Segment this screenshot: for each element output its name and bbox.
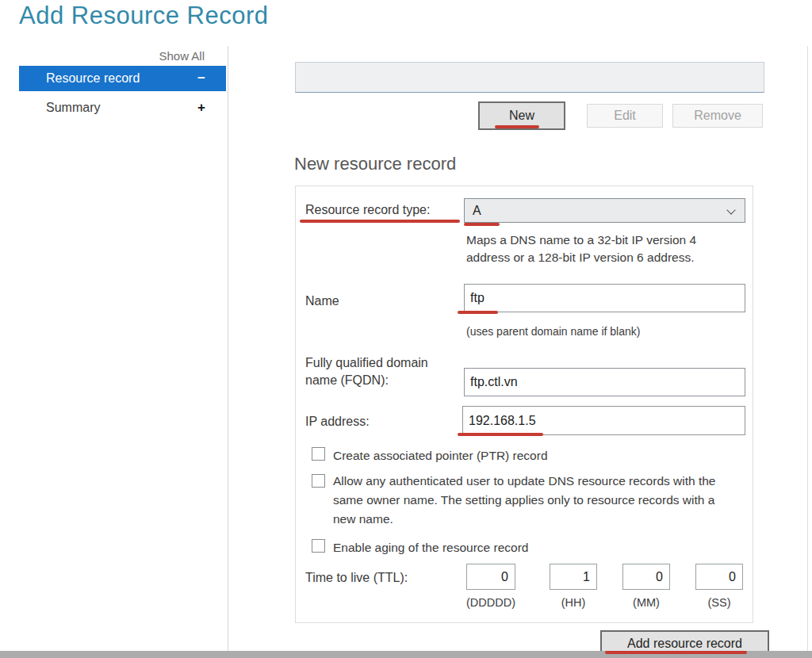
type-help-line2: address or a 128-bit IP version 6 addres… xyxy=(466,251,694,265)
sidebar-item-summary[interactable]: Summary + xyxy=(19,95,226,121)
sidebar-item-resource-record[interactable]: Resource record − xyxy=(19,66,226,91)
new-button[interactable]: New xyxy=(478,101,565,130)
annotation-underline-type-label xyxy=(300,220,460,223)
ptr-checkbox[interactable] xyxy=(312,447,325,461)
collapse-minus-icon[interactable]: − xyxy=(197,66,205,91)
remove-button[interactable]: Remove xyxy=(672,104,763,128)
type-help-line1: Maps a DNS name to a 32-bit IP version 4 xyxy=(466,233,696,247)
add-resource-record-window: Add Resource Record Show All Resource re… xyxy=(0,0,812,658)
type-label: Resource record type: xyxy=(305,203,430,217)
ptr-checkbox-label: Create associated pointer (PTR) record xyxy=(333,449,548,463)
sidebar-divider xyxy=(228,46,228,651)
name-label: Name xyxy=(305,294,339,308)
ttl-minutes-input[interactable] xyxy=(622,564,670,590)
name-help: (uses parent domain name if blank) xyxy=(466,325,640,338)
ip-input[interactable] xyxy=(462,406,745,435)
aging-checkbox[interactable] xyxy=(312,539,325,553)
ttl-seconds-unit: (SS) xyxy=(695,596,743,609)
annotation-underline-add-button xyxy=(605,651,747,654)
page-title: Add Resource Record xyxy=(19,2,269,30)
form-heading: New resource record xyxy=(294,154,456,174)
edit-button[interactable]: Edit xyxy=(587,104,663,128)
ttl-days-unit: (DDDDD) xyxy=(466,596,515,609)
sidebar-item-label: Resource record xyxy=(46,71,140,85)
fqdn-field xyxy=(464,368,745,396)
annotation-underline-name-value xyxy=(458,311,498,314)
fqdn-label-line1: Fully qualified domain xyxy=(305,356,428,370)
annotation-underline-ip-value xyxy=(458,433,543,436)
expand-plus-icon[interactable]: + xyxy=(197,95,205,121)
sidebar-item-label: Summary xyxy=(46,101,100,114)
ttl-hours-input[interactable] xyxy=(550,564,597,590)
ttl-minutes-unit: (MM) xyxy=(622,596,670,609)
ttl-days-input[interactable] xyxy=(466,564,515,590)
allow-update-checkbox[interactable] xyxy=(312,474,325,488)
aging-checkbox-label: Enable aging of the resource record xyxy=(333,541,528,555)
annotation-underline-new xyxy=(495,125,539,128)
fqdn-label-line2: name (FQDN): xyxy=(305,373,389,388)
ttl-label: Time to live (TTL): xyxy=(305,571,408,585)
adjacent-panel-edge xyxy=(807,46,808,651)
type-select[interactable]: A xyxy=(464,198,745,223)
resource-record-listbox[interactable] xyxy=(295,62,764,93)
ttl-hours-unit: (HH) xyxy=(550,596,597,609)
name-input[interactable] xyxy=(464,284,745,312)
chevron-down-icon xyxy=(726,205,735,214)
annotation-underline-type-value xyxy=(464,223,500,226)
allow-update-checkbox-label: Allow any authenticated user to update D… xyxy=(333,472,736,529)
type-select-value: A xyxy=(473,204,481,217)
ip-label: IP address: xyxy=(305,415,370,429)
ttl-seconds-input[interactable] xyxy=(695,564,743,590)
show-all-link[interactable]: Show All xyxy=(48,49,205,63)
